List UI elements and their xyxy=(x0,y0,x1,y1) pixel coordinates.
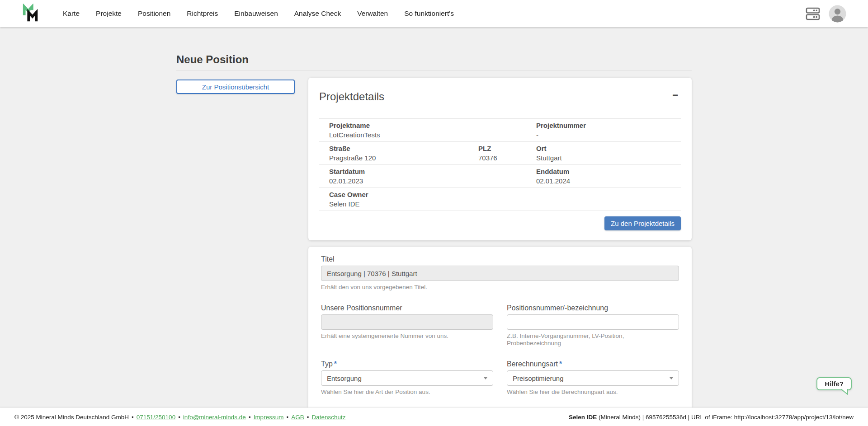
table-row: Projektname LotCreationTests Projektnumm… xyxy=(319,118,681,142)
field-value-enddatum: 02.01.2024 xyxy=(536,177,681,185)
footer-link-email[interactable]: info@mineral-minds.de xyxy=(183,414,246,421)
session-info: Selen IDE (Mineral Minds) | 69576255536d… xyxy=(569,414,854,421)
nav-item-so-funktionierts[interactable]: So funktioniert's xyxy=(396,0,462,27)
titel-label: Titel xyxy=(321,255,679,263)
server-icon[interactable] xyxy=(805,7,821,21)
right-column: Projektdetails − Projektname LotCreation… xyxy=(308,78,692,426)
nav-item-verwalten[interactable]: Verwalten xyxy=(349,0,396,27)
table-row: Straße Pragstraße 120 PLZ 70376 Ort Stut… xyxy=(319,142,681,165)
field-label-enddatum: Enddatum xyxy=(536,167,681,176)
field-label-startdatum: Startdatum xyxy=(329,167,536,176)
field-value-projektname: LotCreationTests xyxy=(329,131,536,139)
positionsnummer-input[interactable] xyxy=(507,314,679,330)
project-card-title: Projektdetails xyxy=(319,90,384,103)
field-value-plz: 70376 xyxy=(478,154,536,162)
typ-field-group: Typ* Entsorgung Wählen Sie hier die Art … xyxy=(321,360,493,396)
copyright-text: © 2025 Mineral Minds Deutschland GmbH xyxy=(14,414,129,421)
main-content: Neue Position Zur Positionsübersicht Pro… xyxy=(0,0,868,426)
footer-link-agb[interactable]: AGB xyxy=(291,414,304,421)
unsere-positionsnummer-input xyxy=(321,314,493,330)
footer-link-impressum[interactable]: Impressum xyxy=(254,414,284,421)
main-nav: Karte Projekte Positionen Richtpreis Ein… xyxy=(55,0,462,27)
titel-field-group: Titel Erhält den von uns vorgegebenen Ti… xyxy=(321,255,679,291)
berechnungsart-field-group: Berechnungsart* Preisoptimierung Wählen … xyxy=(507,360,679,396)
berechnungsart-select-value: Preisoptimierung xyxy=(513,375,564,382)
field-label-strasse: Straße xyxy=(329,144,478,153)
required-asterisk: * xyxy=(559,360,562,368)
chevron-down-icon xyxy=(670,377,673,379)
berechnungsart-label: Berechnungsart* xyxy=(507,360,679,368)
field-label-case-owner: Case Owner xyxy=(329,190,681,199)
typ-label: Typ* xyxy=(321,360,493,368)
mineral-minds-logo-icon[interactable] xyxy=(21,4,40,23)
titel-help-text: Erhält den von uns vorgegebenen Titel. xyxy=(321,284,679,291)
field-label-ort: Ort xyxy=(536,144,681,153)
nav-item-einbauweisen[interactable]: Einbauweisen xyxy=(226,0,286,27)
typ-select-value: Entsorgung xyxy=(327,375,362,382)
unsere-positionsnummer-help-text: Erhält eine systemgenerierte Nummer von … xyxy=(321,332,493,340)
user-avatar[interactable] xyxy=(829,5,846,23)
title-divider xyxy=(176,70,692,71)
nav-item-projekte[interactable]: Projekte xyxy=(88,0,130,27)
positionsnummer-help-text: Z.B. Interne-Vorgangsnummer, LV-Position… xyxy=(507,332,679,347)
footer-left: © 2025 Mineral Minds Deutschland GmbH • … xyxy=(14,414,345,421)
field-label-plz: PLZ xyxy=(478,144,536,153)
positionsnummer-field-group: Positionsnummer/-bezeichnung Z.B. Intern… xyxy=(507,304,679,347)
table-row: Startdatum 02.01.2023 Enddatum 02.01.202… xyxy=(319,165,681,188)
project-detail-table: Projektname LotCreationTests Projektnumm… xyxy=(319,118,681,211)
nav-item-karte[interactable]: Karte xyxy=(55,0,88,27)
field-value-strasse: Pragstraße 120 xyxy=(329,154,478,162)
session-user: Selen IDE xyxy=(569,414,597,421)
page-title: Neue Position xyxy=(176,53,692,66)
new-position-form-card: Titel Erhält den von uns vorgegebenen Ti… xyxy=(308,247,692,426)
to-project-details-button[interactable]: Zu den Projektdetails xyxy=(604,216,681,230)
help-button-label: Hilfe? xyxy=(825,380,844,388)
field-value-startdatum: 02.01.2023 xyxy=(329,177,536,185)
field-value-projektnummer: - xyxy=(536,131,681,139)
positionsnummer-label: Positionsnummer/-bezeichnung xyxy=(507,304,679,312)
typ-select[interactable]: Entsorgung xyxy=(321,370,493,386)
field-value-case-owner: Selen IDE xyxy=(329,200,681,208)
table-row: Case Owner Selen IDE xyxy=(319,188,681,211)
unsere-positionsnummer-label: Unsere Positionsnummer xyxy=(321,304,493,312)
unsere-positionsnummer-field-group: Unsere Positionsnummer Erhält eine syste… xyxy=(321,304,493,347)
project-details-card: Projektdetails − Projektname LotCreation… xyxy=(308,78,692,240)
typ-help-text: Wählen Sie hier die Art der Position aus… xyxy=(321,389,493,396)
chevron-down-icon xyxy=(484,377,487,379)
berechnungsart-help-text: Wählen Sie hier die Berechnungsart aus. xyxy=(507,389,679,396)
back-to-positions-button[interactable]: Zur Positionsübersicht xyxy=(176,80,295,94)
session-details: (Mineral Minds) | 69576255536d | URL of … xyxy=(597,414,854,421)
nav-item-positionen[interactable]: Positionen xyxy=(130,0,179,27)
titel-input xyxy=(321,266,679,281)
berechnungsart-select[interactable]: Preisoptimierung xyxy=(507,370,679,386)
field-value-ort: Stuttgart xyxy=(536,154,681,162)
nav-item-analyse-check[interactable]: Analyse Check xyxy=(286,0,349,27)
collapse-icon[interactable]: − xyxy=(670,90,681,100)
help-button[interactable]: Hilfe? xyxy=(816,377,852,390)
footer-link-phone[interactable]: 07151/250100 xyxy=(137,414,175,421)
footer-link-datenschutz[interactable]: Datenschutz xyxy=(311,414,345,421)
left-column: Zur Positionsübersicht xyxy=(176,78,295,94)
page-footer: © 2025 Mineral Minds Deutschland GmbH • … xyxy=(0,407,868,426)
nav-right-icons xyxy=(805,5,846,23)
field-label-projektnummer: Projektnummer xyxy=(536,121,681,130)
top-nav: Karte Projekte Positionen Richtpreis Ein… xyxy=(0,0,868,27)
field-label-projektname: Projektname xyxy=(329,121,536,130)
nav-item-richtpreis[interactable]: Richtpreis xyxy=(179,0,226,27)
required-asterisk: * xyxy=(334,360,337,368)
speech-bubble-tail-icon xyxy=(841,389,849,395)
